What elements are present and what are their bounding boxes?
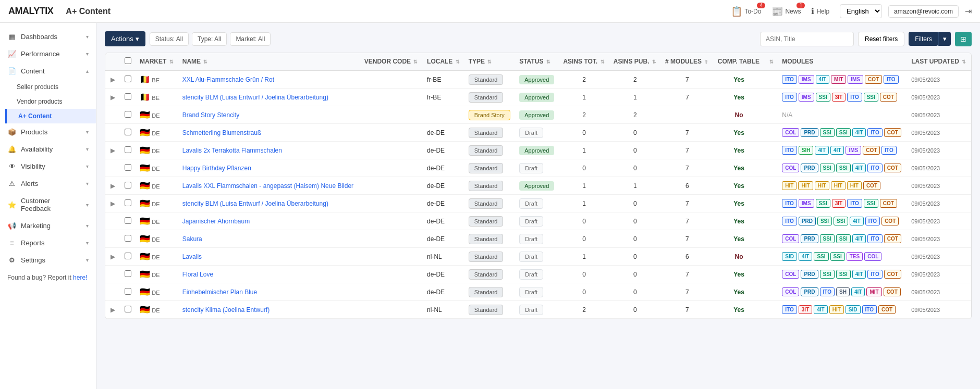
reset-filters-button[interactable]: Reset filters	[858, 32, 904, 46]
name-link[interactable]: Happy Birthday Pflanzen	[182, 165, 251, 172]
row-checkbox[interactable]	[125, 253, 131, 259]
sidebar-item-label: Content	[21, 67, 45, 75]
vendor-code-cell	[360, 177, 423, 195]
name-link[interactable]: stencity BLM (Luisa Entwurf / Joelina Üb…	[182, 200, 328, 207]
actions-button[interactable]: Actions ▾	[105, 31, 145, 46]
module-tag: 3IT	[799, 305, 812, 314]
row-checkbox[interactable]	[125, 182, 131, 189]
row-checkbox[interactable]	[125, 111, 131, 118]
asins-tot-cell: 0	[559, 212, 609, 230]
type-cell: Standard	[464, 195, 515, 212]
sidebar-item-vendor-products[interactable]: Vendor products	[5, 94, 96, 109]
row-checkbox[interactable]	[125, 129, 131, 135]
sidebar-item-settings[interactable]: ⚙ Settings ▾	[0, 252, 96, 269]
sidebar-item-products[interactable]: 📦 Products ▾	[0, 123, 96, 141]
type-cell: Standard	[464, 177, 515, 195]
row-checkbox[interactable]	[125, 164, 131, 171]
search-input[interactable]	[760, 32, 854, 46]
comp-table-value: Yes	[733, 147, 744, 154]
expand-row-button[interactable]: ▶	[109, 181, 116, 191]
language-select[interactable]: English	[840, 4, 882, 18]
help-button[interactable]: ℹ Help	[811, 6, 829, 16]
last-updated-cell: 09/05/2023	[907, 177, 971, 195]
name-link[interactable]: Schmetterling Blumenstrauß	[182, 129, 261, 136]
dashboards-icon: ▦	[7, 33, 17, 41]
module-tag: PRD	[801, 234, 818, 243]
sidebar-item-marketing[interactable]: 📢 Marketing ▾	[0, 217, 96, 234]
sidebar-item-performance[interactable]: 📈 Performance ▾	[0, 45, 96, 62]
module-tag: SSI	[816, 93, 830, 102]
modules-tags-cell: N/A	[778, 106, 907, 124]
filters-button[interactable]: Filters	[909, 32, 938, 46]
expand-row-button[interactable]: ▶	[109, 93, 116, 102]
comp-table-cell: Yes	[714, 177, 765, 195]
sidebar-item-content[interactable]: 📄 Content ▴	[0, 62, 96, 80]
last-updated-cell: 09/05/2023	[907, 248, 971, 266]
row-checkbox[interactable]	[125, 306, 131, 312]
row-checkbox[interactable]	[125, 93, 131, 100]
news-button[interactable]: 📰 1 News	[771, 6, 801, 17]
chevron-down-icon: ▾	[86, 240, 89, 246]
status-cell: Draft	[515, 212, 559, 230]
row-checkbox[interactable]	[125, 288, 131, 295]
name-link[interactable]: Japanischer Ahornbaum	[182, 218, 250, 225]
row-checkbox[interactable]	[125, 76, 131, 82]
row-checkbox[interactable]	[125, 217, 131, 224]
name-link[interactable]: stencity BLM (Luisa Entwurf / Joelina Üb…	[182, 94, 328, 101]
select-all-checkbox[interactable]	[125, 57, 131, 64]
status-badge: Draft	[519, 252, 543, 262]
name-link[interactable]: Lavalis XXL Flammschalen - angepasst (Ha…	[182, 182, 353, 190]
sidebar-item-aplus-content[interactable]: A+ Content	[5, 109, 96, 123]
sidebar-item-customer-feedback[interactable]: ⭐ Customer Feedback ▾	[0, 192, 96, 217]
sidebar-item-label: Dashboards	[21, 33, 57, 41]
name-link[interactable]: Lavalis	[182, 253, 202, 260]
asins-pub-cell: 0	[609, 142, 661, 159]
sort-cell	[764, 70, 778, 89]
module-tags-list: COLPRDSSISSI4ITITOCOT	[782, 128, 903, 137]
asins-pub-cell: 0	[609, 301, 661, 319]
todo-button[interactable]: 📋 4 To-Do	[731, 6, 761, 17]
module-tag: IMS	[799, 93, 814, 102]
logout-button[interactable]: ⇥	[965, 6, 972, 16]
name-link[interactable]: Brand Story Stencity	[182, 111, 239, 119]
type-filter[interactable]: Type: All	[192, 32, 227, 46]
expand-row-button[interactable]: ▶	[109, 252, 116, 261]
name-link[interactable]: stencity Klima (Joelina Entwurf)	[182, 306, 270, 313]
filters-chevron-button[interactable]: ▾	[938, 32, 951, 46]
column-toggle-button[interactable]: ⊞	[955, 32, 972, 46]
bug-link[interactable]: here!	[73, 274, 87, 281]
status-badge: Draft	[519, 216, 543, 227]
name-link[interactable]: XXL Alu-Flammschale Grün / Rot	[182, 76, 274, 83]
locale-cell: de-DE	[423, 142, 464, 159]
sidebar-item-reports[interactable]: ≡ Reports ▾	[0, 234, 96, 252]
expand-row-button[interactable]: ▶	[109, 199, 116, 208]
row-checkbox[interactable]	[125, 146, 131, 153]
sidebar-item-label: Products	[21, 128, 47, 136]
name-link[interactable]: Floral Love	[182, 271, 213, 278]
name-link[interactable]: Lavalis 2x Terrakotta Flammschalen	[182, 147, 282, 154]
market-filter[interactable]: Market: All	[230, 32, 271, 46]
sidebar-item-dashboards[interactable]: ▦ Dashboards ▾	[0, 28, 96, 45]
name-link[interactable]: Einhebelmischer Plan Blue	[182, 288, 257, 296]
checkbox-col	[120, 53, 136, 70]
expand-row-button[interactable]: ▶	[109, 75, 116, 84]
status-col: STATUS ⇅	[515, 53, 559, 70]
name-col: NAME ⇅	[178, 53, 360, 70]
expand-row-button[interactable]: ▶	[109, 305, 116, 315]
sidebar-item-visibility[interactable]: 👁 Visibility ▾	[0, 158, 96, 175]
modules-count-cell: 7	[661, 142, 714, 159]
row-checkbox[interactable]	[125, 199, 131, 206]
expand-row-button[interactable]: ▶	[109, 146, 116, 155]
name-link[interactable]: Sakura	[182, 235, 202, 243]
status-filter[interactable]: Status: All	[150, 32, 189, 46]
flag-icon: 🇩🇪	[140, 287, 150, 296]
sidebar-item-seller-products[interactable]: Seller products	[5, 80, 96, 94]
flag-icon: 🇩🇪	[140, 199, 150, 208]
row-checkbox[interactable]	[125, 270, 131, 277]
sidebar-item-alerts[interactable]: ⚠ Alerts ▾	[0, 175, 96, 192]
market-cell: 🇩🇪 DE	[136, 177, 178, 195]
module-tag: 3IT	[832, 199, 846, 208]
last-updated-cell: 09/05/2023	[907, 212, 971, 230]
sidebar-item-availability[interactable]: 🔔 Availability ▾	[0, 141, 96, 158]
row-checkbox[interactable]	[125, 235, 131, 242]
